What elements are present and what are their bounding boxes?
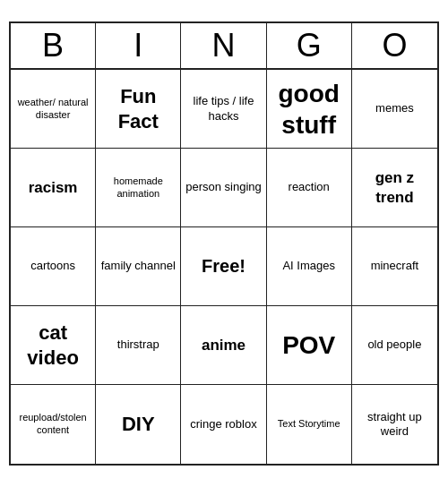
bingo-cell: good stuff [267, 70, 352, 149]
bingo-cell: cringe roblox [181, 385, 266, 464]
header-letter: G [267, 23, 352, 68]
bingo-cell: family channel [96, 227, 181, 306]
bingo-cell: gen z trend [352, 149, 437, 227]
bingo-cell: person singing [181, 149, 266, 227]
bingo-cell: Fun Fact [96, 70, 181, 149]
bingo-cell: reaction [267, 149, 352, 227]
bingo-cell: cartoons [11, 227, 96, 306]
header-letter: O [352, 23, 437, 68]
bingo-cell: anime [181, 306, 266, 385]
header-letter: B [11, 23, 96, 68]
bingo-cell: old people [352, 306, 437, 385]
bingo-cell: cat video [11, 306, 96, 385]
header-letter: N [181, 23, 266, 68]
bingo-cell: memes [352, 70, 437, 149]
bingo-card: BINGO weather/ natural disasterFun Factl… [9, 21, 439, 466]
bingo-cell: reupload/stolen content [11, 385, 96, 464]
bingo-cell: racism [11, 149, 96, 227]
bingo-cell: DIY [96, 385, 181, 464]
bingo-cell: straight up weird [352, 385, 437, 464]
header-letter: I [96, 23, 181, 68]
bingo-cell: POV [267, 306, 352, 385]
bingo-cell: life tips / life hacks [181, 70, 266, 149]
bingo-cell: homemade animation [96, 149, 181, 227]
bingo-cell: weather/ natural disaster [11, 70, 96, 149]
bingo-grid: weather/ natural disasterFun Factlife ti… [11, 70, 437, 464]
bingo-cell: AI Images [267, 227, 352, 306]
bingo-cell: minecraft [352, 227, 437, 306]
bingo-cell: Free! [181, 227, 266, 306]
bingo-cell: thirstrap [96, 306, 181, 385]
bingo-header: BINGO [11, 23, 437, 70]
bingo-cell: Text Storytime [267, 385, 352, 464]
